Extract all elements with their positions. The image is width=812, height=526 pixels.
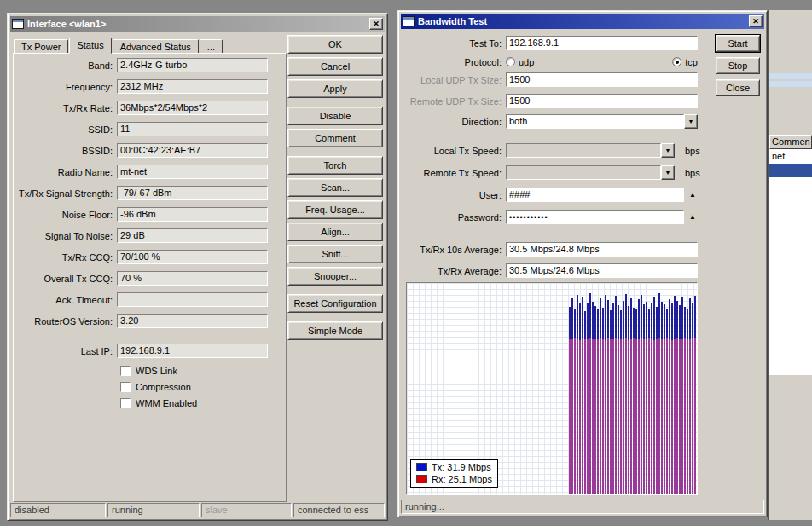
comment-button[interactable]: Comment (287, 129, 383, 147)
interface-window-title: Interface <wlan1> (27, 19, 106, 29)
rx-segment (579, 340, 581, 494)
tx-segment (602, 308, 604, 339)
tx-segment (594, 306, 596, 339)
radio-name-label: Radio Name: (11, 167, 117, 177)
test-to-input[interactable]: 192.168.9.1 (506, 36, 698, 50)
sniff-button[interactable]: Sniff... (287, 245, 383, 263)
tx-segment (684, 307, 686, 338)
tab-blank[interactable]: ... (200, 39, 223, 54)
reset-configuration-button[interactable]: Reset Configuration (287, 294, 383, 313)
stop-button[interactable]: Stop (716, 57, 760, 74)
direction-dropdown-icon[interactable]: ▼ (684, 114, 698, 129)
tx-segment (679, 305, 681, 339)
scan-button[interactable]: Scan... (287, 178, 383, 197)
tx-segment (641, 295, 642, 338)
direction-combo[interactable]: both (506, 114, 684, 129)
remote-tx-speed-dropdown-icon: ▼ (661, 165, 675, 180)
password-row: Password: ••••••••••• ▲ (403, 210, 696, 224)
apply-button[interactable]: Apply (287, 79, 383, 98)
checkbox-box (120, 366, 130, 376)
ack-timeout-value (117, 292, 268, 307)
tx-segment (666, 309, 668, 338)
cancel-button[interactable]: Cancel (287, 57, 383, 76)
bar-sample (643, 304, 645, 494)
bar-sample (674, 296, 676, 494)
rx-segment (620, 339, 622, 494)
checkbox-box (120, 382, 130, 392)
tx-segment (656, 307, 658, 339)
tab-advanced-status[interactable]: Advanced Status (113, 39, 199, 54)
tx-segment (618, 305, 619, 339)
tx-legend-text: Tx: 31.9 Mbps (432, 462, 491, 472)
close-icon[interactable]: ✕ (369, 18, 383, 30)
rx-segment (589, 338, 591, 494)
bar-sample (597, 309, 599, 494)
collapse-icon[interactable]: ▲ (689, 191, 696, 199)
bssid-row: BSSID:00:0C:42:23:AE:B7 (11, 143, 268, 158)
bar-sample (577, 295, 578, 494)
tx-segment (612, 303, 614, 339)
rx-segment (648, 338, 650, 494)
tab-tx-power[interactable]: Tx Power (14, 39, 68, 54)
protocol-row: Protocol: udp tcp (403, 55, 698, 69)
radio-udp-label: udp (519, 57, 534, 67)
simple-mode-button[interactable]: Simple Mode (287, 321, 383, 340)
ok-button[interactable]: OK (287, 35, 383, 54)
checkbox-wds-link[interactable]: WDS Link (120, 365, 177, 377)
interface-titlebar[interactable]: Interface <wlan1> ✕ (10, 16, 385, 32)
radio-udp[interactable]: udp (506, 57, 534, 67)
tx-segment (610, 310, 612, 339)
bssid-label: BSSID: (11, 146, 117, 156)
bar-sample (574, 309, 576, 494)
tx-segment (587, 303, 589, 339)
local-tx-speed-combo (506, 143, 661, 158)
last-ip-row: Last IP:192.168.9.1 (11, 344, 268, 358)
bar-sample (671, 303, 673, 494)
start-button[interactable]: Start (716, 35, 760, 52)
interface-tab-bar: Tx PowerStatusAdvanced Status... (14, 38, 223, 54)
bar-sample (610, 310, 612, 494)
tab-status[interactable]: Status (69, 38, 111, 54)
align-button[interactable]: Align... (287, 223, 383, 241)
signal-to-noise-value: 29 dB (117, 228, 268, 243)
tx-segment (569, 307, 571, 339)
bar-sample (605, 295, 606, 494)
overall-tx-ccq-label: Overall Tx CCQ: (11, 274, 117, 284)
rx-segment (612, 339, 614, 494)
noise-floor-value: -96 dBm (117, 207, 268, 222)
avg-10s-value: 30.5 Mbps/24.8 Mbps (506, 242, 698, 257)
password-input[interactable]: ••••••••••• (506, 210, 684, 224)
rx-segment (666, 338, 668, 494)
rx-segment (687, 339, 688, 494)
freq-usage-button[interactable]: Freq. Usage... (287, 200, 383, 219)
torch-button[interactable]: Torch (287, 156, 383, 175)
bar-sample (579, 303, 581, 494)
bandwidth-titlebar[interactable]: Bandwidth Test ✕ (401, 14, 764, 29)
tx-segment (630, 298, 632, 339)
protocol-label: Protocol: (403, 57, 506, 67)
radio-tcp[interactable]: tcp (672, 57, 698, 67)
user-input[interactable]: #### (506, 188, 684, 202)
checkbox-wmm-enabled[interactable]: WMM Enabled (120, 397, 197, 409)
rx-segment (584, 339, 586, 494)
status-slave: slave (201, 503, 292, 517)
bandwidth-window: Bandwidth Test ✕ Test To: 192.168.9.1 Pr… (397, 10, 768, 517)
close-button[interactable]: Close (716, 79, 760, 96)
collapse-icon[interactable]: ▲ (689, 213, 696, 221)
disable-button[interactable]: Disable (287, 107, 383, 125)
checkbox-compression[interactable]: Compression (120, 381, 191, 393)
ack-timeout-row: Ack. Timeout: (11, 292, 268, 307)
rx-segment (682, 339, 683, 494)
user-label: User: (403, 190, 506, 200)
remote-udp-tx-size-input[interactable]: 1500 (506, 94, 698, 108)
signal-to-noise-label: Signal To Noise: (11, 231, 117, 241)
local-udp-tx-size-input[interactable]: 1500 (506, 72, 698, 87)
bar-sample (623, 301, 624, 494)
close-icon[interactable]: ✕ (749, 15, 763, 27)
tx-segment (689, 298, 691, 339)
last-ip-value: 192.168.9.1 (117, 344, 268, 358)
tx-legend-swatch (416, 463, 427, 471)
snooper-button[interactable]: Snooper... (287, 267, 383, 286)
bandwidth-window-title: Bandwidth Test (418, 16, 487, 26)
tx-segment (638, 299, 640, 339)
